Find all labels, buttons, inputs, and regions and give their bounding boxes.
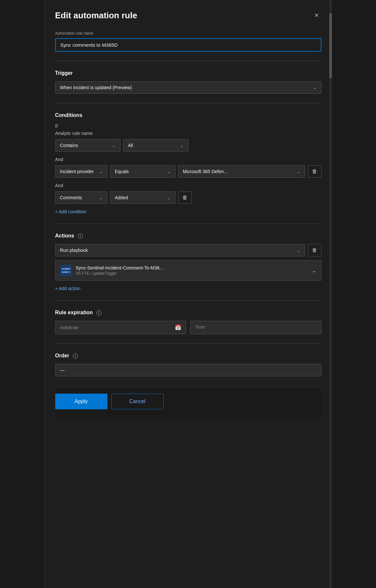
calendar-icon: 📅: [175, 324, 181, 331]
and2-label: And: [55, 183, 321, 188]
order-section: Order i —: [55, 353, 321, 376]
contains-dropdown[interactable]: Contains ⌄: [55, 139, 121, 152]
trigger-section: Trigger When incident is updated (Previe…: [55, 70, 321, 94]
apply-button[interactable]: Apply: [55, 394, 107, 409]
trigger-dropdown[interactable]: When incident is updated (Preview) ⌄: [55, 81, 321, 94]
indefinite-input[interactable]: Indefinite 📅: [55, 321, 187, 334]
order-input[interactable]: —: [55, 364, 321, 376]
playbook-icon: [60, 265, 72, 276]
scrollbar-thumb[interactable]: [329, 13, 332, 78]
close-button[interactable]: ×: [312, 10, 321, 20]
analytic-rule-name-label: Analytic rule name: [55, 131, 321, 136]
panel-header: Edit automation rule ×: [55, 10, 321, 21]
comments-delete-button[interactable]: 🗑: [178, 191, 192, 204]
divider-5: [55, 343, 321, 344]
divider-2: [55, 103, 321, 103]
rule-name-label: Automation rule name: [55, 31, 321, 36]
rule-expiration-title: Rule expiration i: [55, 310, 321, 316]
trash-icon-1: 🗑: [312, 169, 317, 174]
comments-row: Comments ⌄ Added ⌄ 🗑: [55, 191, 321, 204]
playbook-item-left: Sync-Sentinel-Incident-Comment-To-M36...…: [60, 265, 163, 276]
if-label: If: [55, 123, 321, 129]
playbook-info: Sync-Sentinel-Incident-Comment-To-M36...…: [76, 265, 163, 276]
incident-provider-value: Incident provider: [60, 169, 94, 174]
svg-rect-6: [64, 272, 68, 272]
ms365-value: Microsoft 365 Defen...: [183, 169, 228, 174]
add-condition-button[interactable]: + Add condition: [55, 209, 87, 214]
divider-3: [55, 223, 321, 224]
order-title: Order i: [55, 353, 321, 359]
order-value: —: [60, 368, 65, 373]
edit-automation-panel: Edit automation rule × Automation rule n…: [44, 0, 332, 588]
playbook-name: Sync-Sentinel-Incident-Comment-To-M36...: [76, 265, 163, 270]
run-playbook-dropdown[interactable]: Run playbook ⌄: [55, 244, 305, 256]
incident-provider-chevron-icon: ⌄: [99, 169, 103, 174]
rule-name-input[interactable]: [55, 38, 321, 52]
actions-title: Actions i: [55, 233, 321, 239]
trash-icon-3: 🗑: [312, 247, 317, 253]
rule-expiration-title-text: Rule expiration: [55, 310, 93, 315]
and1-label: And: [55, 157, 321, 162]
contains-value: Contains: [60, 143, 78, 148]
divider-4: [55, 300, 321, 301]
run-playbook-chevron-icon: ⌄: [297, 248, 300, 253]
all-chevron-icon: ⌄: [180, 143, 184, 148]
added-chevron-icon: ⌄: [167, 195, 171, 200]
svg-rect-5: [64, 269, 70, 269]
scrollbar-track: [329, 0, 332, 588]
rule-name-section: Automation rule name: [55, 31, 321, 52]
all-dropdown[interactable]: All ⌄: [123, 139, 188, 152]
rule-expiration-section: Rule expiration i Indefinite 📅 Time: [55, 310, 321, 334]
order-title-text: Order: [55, 353, 70, 358]
run-playbook-delete-button[interactable]: 🗑: [308, 244, 321, 256]
all-value: All: [128, 143, 133, 148]
equals-chevron-icon: ⌄: [167, 169, 171, 174]
divider-1: [55, 61, 321, 61]
panel-title: Edit automation rule: [55, 10, 137, 21]
svg-point-3: [62, 268, 63, 270]
order-info-icon: i: [73, 353, 78, 359]
equals-dropdown[interactable]: Equals ⌄: [110, 165, 175, 178]
expiry-row: Indefinite 📅 Time: [55, 321, 321, 334]
playbook-sub: VS FTE / updateTrigger: [76, 271, 163, 276]
actions-title-text: Actions: [55, 233, 74, 238]
incident-provider-row: Incident provider ⌄ Equals ⌄ Microsoft 3…: [55, 165, 321, 178]
added-dropdown[interactable]: Added ⌄: [110, 191, 175, 204]
added-value: Added: [115, 195, 128, 200]
incident-provider-dropdown[interactable]: Incident provider ⌄: [55, 165, 107, 178]
actions-section: Actions i Run playbook ⌄ 🗑: [55, 233, 321, 291]
footer: Apply Cancel: [55, 387, 321, 417]
conditions-section: Conditions If Analytic rule name Contain…: [55, 112, 321, 214]
run-playbook-row: Run playbook ⌄ 🗑: [55, 244, 321, 256]
svg-point-4: [62, 271, 63, 273]
trigger-label: Trigger: [55, 70, 321, 76]
indefinite-text: Indefinite: [60, 325, 79, 330]
add-action-button[interactable]: + Add action: [55, 286, 80, 291]
comments-dropdown[interactable]: Comments ⌄: [55, 191, 107, 204]
playbook-item[interactable]: Sync-Sentinel-Incident-Comment-To-M36...…: [55, 260, 321, 281]
analytic-rule-row: Contains ⌄ All ⌄: [55, 139, 321, 152]
trigger-chevron-icon: ⌄: [313, 85, 317, 90]
trash-icon-2: 🗑: [182, 195, 188, 200]
svg-rect-0: [60, 265, 72, 276]
ms365-chevron-icon: ⌄: [297, 169, 300, 174]
comments-chevron-icon: ⌄: [99, 195, 103, 200]
time-placeholder: Time: [195, 324, 205, 330]
equals-value: Equals: [115, 169, 129, 174]
playbook-chevron-icon: ⌄: [312, 267, 317, 274]
contains-chevron-icon: ⌄: [112, 143, 116, 148]
ms365-dropdown[interactable]: Microsoft 365 Defen... ⌄: [178, 165, 305, 178]
incident-provider-delete-button[interactable]: 🗑: [308, 165, 321, 178]
time-input[interactable]: Time: [190, 321, 321, 334]
cancel-button[interactable]: Cancel: [111, 394, 164, 409]
rule-expiration-info-icon: i: [96, 310, 102, 316]
conditions-title: Conditions: [55, 112, 321, 118]
comments-value: Comments: [60, 195, 82, 200]
actions-info-icon: i: [78, 234, 83, 239]
run-playbook-value: Run playbook: [60, 248, 88, 253]
trigger-value: When incident is updated (Preview): [60, 85, 132, 90]
